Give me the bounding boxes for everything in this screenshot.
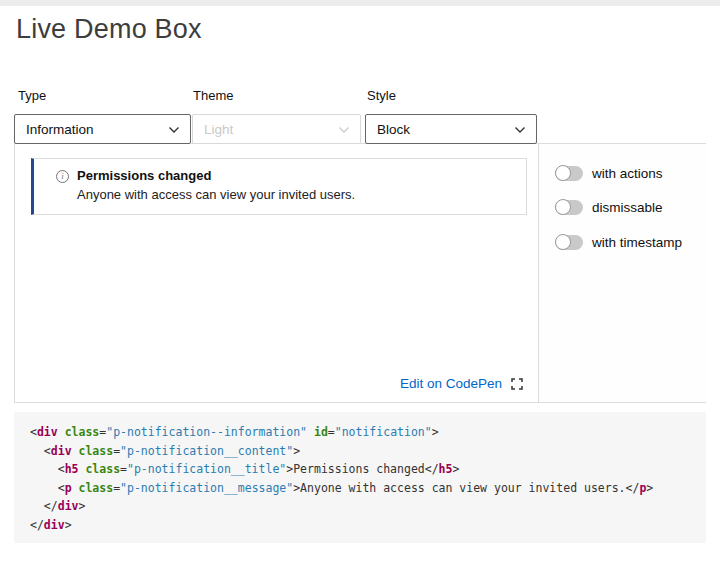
toggle-with-timestamp[interactable]: with timestamp <box>555 235 682 250</box>
page-title: Live Demo Box <box>16 14 202 45</box>
toggle-switch-icon <box>555 200 583 215</box>
type-select-label: Type <box>18 88 46 103</box>
style-select-value: Block <box>377 122 410 137</box>
theme-select-label: Theme <box>193 88 233 103</box>
theme-select-value: Light <box>204 122 233 137</box>
external-link-icon <box>511 378 523 390</box>
style-select[interactable]: Block <box>365 114 537 144</box>
toggle-dismissable[interactable]: dismissable <box>555 200 663 215</box>
code-block: <div class="p-notification--information"… <box>14 412 706 543</box>
notification-title: Permissions changed <box>77 167 514 185</box>
theme-select: Light <box>192 114 361 144</box>
toggle-with-actions-label: with actions <box>592 166 663 181</box>
demo-container: i Permissions changed Anyone with access… <box>14 143 706 403</box>
code-lines: <div class="p-notification--information"… <box>30 423 690 534</box>
edit-on-codepen-link[interactable]: Edit on CodePen <box>400 376 502 391</box>
type-select[interactable]: Information <box>14 114 191 144</box>
top-divider <box>0 0 720 6</box>
toggle-with-actions[interactable]: with actions <box>555 166 663 181</box>
options-pane: with actions dismissable with timestamp <box>538 144 707 402</box>
type-select-value: Information <box>26 122 94 137</box>
chevron-down-icon <box>168 122 180 137</box>
demo-preview-pane: i Permissions changed Anyone with access… <box>15 144 538 402</box>
information-icon: i <box>56 170 69 183</box>
toggle-dismissable-label: dismissable <box>592 200 663 215</box>
live-demo-box-page: Live Demo Box Type Theme Style Informati… <box>0 0 720 577</box>
codepen-row: Edit on CodePen <box>15 376 538 391</box>
toggle-switch-icon <box>555 166 583 181</box>
style-select-label: Style <box>367 88 396 103</box>
chevron-down-icon <box>338 122 350 137</box>
notification-message: Anyone with access can view your invited… <box>77 186 514 204</box>
notification: i Permissions changed Anyone with access… <box>31 158 527 215</box>
toggle-with-timestamp-label: with timestamp <box>592 235 682 250</box>
chevron-down-icon <box>514 122 526 137</box>
toggle-switch-icon <box>555 235 583 250</box>
